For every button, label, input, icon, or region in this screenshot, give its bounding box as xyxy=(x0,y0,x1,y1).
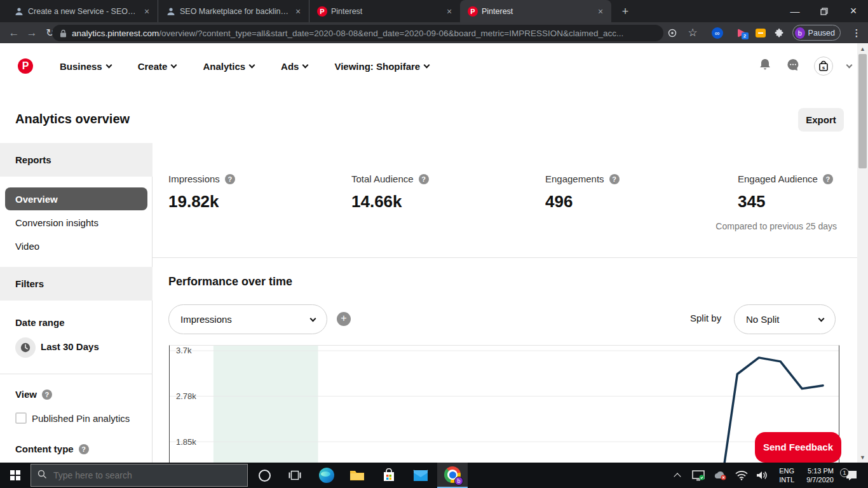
mail-icon[interactable] xyxy=(405,463,436,488)
tray-display-icon[interactable] xyxy=(689,463,708,488)
account-chevron-down-icon[interactable] xyxy=(846,62,853,69)
tray-expand-chevron-icon[interactable] xyxy=(668,463,686,488)
screen: Create a new Service - SEOClerks × SEO M… xyxy=(0,0,868,488)
extension-vpn-icon[interactable]: ∞ xyxy=(710,22,724,43)
scroll-up-icon[interactable]: ▲ xyxy=(857,43,868,54)
close-window-button[interactable]: × xyxy=(839,0,868,22)
tray-date: 9/7/2020 xyxy=(797,475,834,484)
comparison-note: Compared to previous 25 days xyxy=(715,221,837,231)
help-icon[interactable]: ? xyxy=(42,390,52,400)
add-metric-button[interactable]: + xyxy=(337,312,351,326)
tray-clock[interactable]: 5:13 PM 9/7/2020 xyxy=(797,463,834,488)
tray-volume-icon[interactable] xyxy=(752,463,771,488)
nav-item-ads[interactable]: Ads xyxy=(281,61,308,72)
date-range-label: Date range xyxy=(15,317,65,328)
help-icon[interactable]: ? xyxy=(79,444,89,454)
content-type-label: Content type ? xyxy=(15,444,89,454)
taskbar-search-input[interactable] xyxy=(53,470,241,480)
profile-status: Paused xyxy=(808,29,835,37)
close-icon[interactable]: × xyxy=(141,6,153,17)
chrome-icon[interactable]: b xyxy=(437,463,468,488)
help-icon[interactable]: ? xyxy=(419,174,429,184)
tab-pinterest-1[interactable]: P Pinterest × xyxy=(309,0,460,22)
minimize-button[interactable]: — xyxy=(780,0,810,22)
notifications-bell-icon[interactable] xyxy=(758,58,772,74)
pinterest-analytics-page: P Business Create Analytics Ads Viewing:… xyxy=(0,43,868,463)
forward-icon[interactable]: → xyxy=(23,27,41,39)
send-feedback-button[interactable]: Send Feedback xyxy=(755,432,841,463)
clock-icon[interactable] xyxy=(15,337,36,358)
metric-value: 345 xyxy=(738,192,833,212)
close-icon[interactable]: × xyxy=(444,6,455,17)
scroll-down-icon[interactable]: ▼ xyxy=(857,452,868,463)
address-bar[interactable]: analytics.pinterest.com/overview/?conten… xyxy=(52,25,663,41)
extension-yellow-icon[interactable] xyxy=(754,22,768,43)
sidebar-item-video[interactable]: Video xyxy=(0,234,153,257)
taskbar-search[interactable] xyxy=(31,464,248,487)
scrollbar-thumb[interactable] xyxy=(858,54,867,168)
file-explorer-icon[interactable] xyxy=(342,463,372,488)
messages-chat-icon[interactable] xyxy=(786,58,800,74)
send-to-device-icon[interactable] xyxy=(665,22,680,43)
close-icon[interactable]: × xyxy=(595,6,606,17)
extensions-puzzle-icon[interactable] xyxy=(771,22,787,43)
profile-avatar: b xyxy=(795,27,805,39)
browser-tab-bar: Create a new Service - SEOClerks × SEO M… xyxy=(0,0,868,22)
windows-logo-icon xyxy=(10,470,20,480)
help-icon[interactable]: ? xyxy=(823,174,833,184)
tray-wifi-icon[interactable] xyxy=(732,463,751,488)
help-icon[interactable]: ? xyxy=(609,174,620,184)
performance-chart[interactable]: 3.7k 2.78k 1.85k xyxy=(169,345,839,463)
edge-icon[interactable] xyxy=(311,463,342,488)
action-center-icon[interactable]: 1 xyxy=(840,463,863,488)
page-scrollbar[interactable]: ▲ ▼ xyxy=(857,43,868,463)
page-title: Analytics overview xyxy=(15,112,130,126)
cortana-button[interactable] xyxy=(249,463,280,488)
profile-chip[interactable]: b Paused xyxy=(792,25,841,41)
metric-engaged-audience: Engaged Audience? 345 xyxy=(738,173,833,212)
sidebar-item-conversion-insights[interactable]: Conversion insights xyxy=(0,211,153,234)
nav-item-viewing[interactable]: Viewing: Shopifare xyxy=(334,61,429,72)
tray-onedrive-icon[interactable] xyxy=(710,463,729,488)
start-button[interactable] xyxy=(0,463,31,488)
pinterest-logo-icon[interactable]: P xyxy=(18,58,33,74)
close-icon[interactable]: × xyxy=(292,6,304,17)
published-pin-analytics-checkbox[interactable] xyxy=(15,412,27,424)
windows-taskbar: b ENG INTL 5:13 PM 9/7/2020 1 xyxy=(0,463,868,488)
tab-pinterest-active[interactable]: P Pinterest × xyxy=(460,0,611,22)
nav-item-analytics[interactable]: Analytics xyxy=(203,61,254,72)
reports-section-header: Reports xyxy=(0,143,153,177)
metric-select-dropdown[interactable]: Impressions xyxy=(168,304,327,334)
tray-language-indicator[interactable]: ENG INTL xyxy=(773,463,794,488)
back-icon[interactable]: ← xyxy=(5,27,23,39)
url-path: /overview/?content_type=all&start_date=2… xyxy=(159,29,623,38)
microsoft-store-icon[interactable] xyxy=(374,463,404,488)
chevron-down-icon xyxy=(105,62,112,69)
help-icon[interactable]: ? xyxy=(225,174,235,184)
account-avatar[interactable]: s xyxy=(814,57,833,76)
divider xyxy=(0,374,153,374)
nav-item-create[interactable]: Create xyxy=(138,61,177,72)
main-content: Impressions? 19.82k Total Audience? 14.6… xyxy=(153,143,868,463)
browser-menu-icon[interactable]: ⋮ xyxy=(849,22,864,43)
extension-pink-icon[interactable]: 2 xyxy=(735,22,749,43)
nav-item-business[interactable]: Business xyxy=(60,61,111,72)
metric-total-audience: Total Audience? 14.66k xyxy=(351,173,429,212)
export-button[interactable]: Export xyxy=(798,108,844,132)
bookmark-star-icon[interactable]: ☆ xyxy=(685,22,700,43)
split-by-dropdown[interactable]: No Split xyxy=(734,304,836,334)
chevron-down-icon xyxy=(302,62,309,69)
tab-title: Pinterest xyxy=(331,7,440,16)
metric-engagements: Engagements? 496 xyxy=(545,173,620,212)
tab-seoclerks-1[interactable]: Create a new Service - SEOClerks × xyxy=(6,0,158,22)
restore-button[interactable] xyxy=(810,0,839,22)
sidebar-item-overview[interactable]: Overview xyxy=(5,187,147,210)
split-by-label: Split by xyxy=(690,313,721,323)
svg-text:s: s xyxy=(822,65,825,71)
new-tab-button[interactable]: + xyxy=(616,3,634,20)
task-view-button[interactable] xyxy=(280,463,310,488)
metric-value: 496 xyxy=(545,192,620,212)
date-range-value[interactable]: Last 30 Days xyxy=(41,341,99,352)
tab-seoclerks-2[interactable]: SEO Marketplace for backlinks, w × xyxy=(158,0,309,22)
extension-badge: 2 xyxy=(742,32,749,39)
